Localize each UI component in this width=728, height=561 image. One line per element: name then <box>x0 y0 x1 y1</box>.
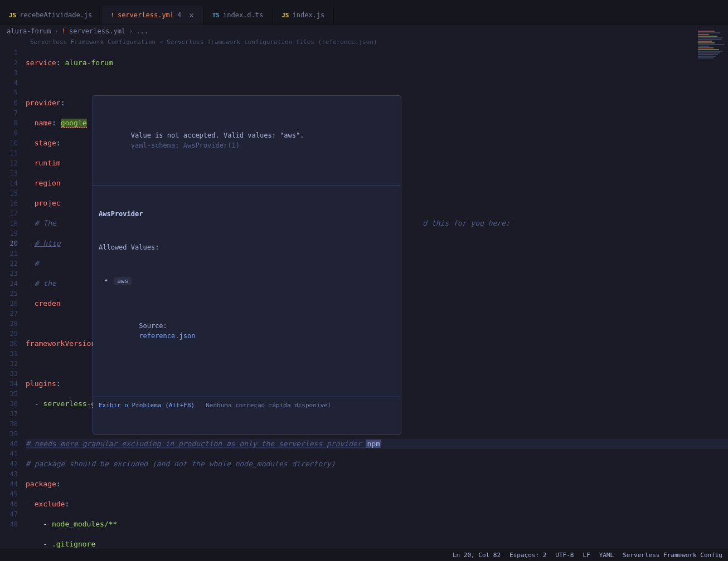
tabs-bar: JS recebeAtividade.js ! serverless.yml 4… <box>0 6 728 25</box>
status-schema[interactable]: Serverless Framework Config <box>623 552 722 559</box>
chevron-right-icon: › <box>129 27 133 35</box>
tooltip-error-msg: Value is not accepted. Valid values: "aw… <box>131 131 304 139</box>
yaml-icon: ! <box>110 12 114 19</box>
breadcrumb-file[interactable]: serverless.yml <box>69 27 125 35</box>
minimap[interactable] <box>698 31 726 142</box>
tab-label: serverless.yml <box>118 11 174 19</box>
tooltip-schema-ref: yaml-schema: AwsProvider(1) <box>131 142 240 149</box>
breadcrumb[interactable]: alura-forum › ! serverless.yml › ... <box>0 25 728 37</box>
show-problem-link[interactable]: Exibir o Problema (Alt+F8) <box>99 401 195 411</box>
close-icon[interactable]: × <box>189 11 193 19</box>
tab-serverless-yml[interactable]: ! serverless.yml 4 × <box>101 6 203 25</box>
breadcrumb-more[interactable]: ... <box>136 27 148 35</box>
tab-modified-count: 4 <box>177 11 181 19</box>
tab-index-js[interactable]: JS index.js <box>273 6 334 25</box>
js-icon: JS <box>282 12 289 19</box>
hover-tooltip: Value is not accepted. Valid values: "aw… <box>93 95 401 435</box>
tooltip-allowed-label: Allowed Values: <box>99 242 395 252</box>
tab-label: index.js <box>293 11 325 19</box>
schema-hint: Serverless Framework Configuration - Ser… <box>0 37 728 48</box>
code-content[interactable]: service: alura-forum provider: name: goo… <box>26 48 728 561</box>
tab-label: index.d.ts <box>223 11 263 19</box>
line-gutter: 12345 678910 1112131415 1617181920 21222… <box>0 48 26 561</box>
chevron-right-icon: › <box>54 27 58 35</box>
status-bar: Ln 20, Col 82 Espaços: 2 UTF-8 LF YAML S… <box>0 549 728 561</box>
tooltip-title: AwsProvider <box>99 209 395 219</box>
tooltip-allowed-value: aws <box>114 277 132 285</box>
editor-area[interactable]: 12345 678910 1112131415 1617181920 21222… <box>0 48 728 561</box>
no-fix-label: Nenhuma correção rápida disponível <box>206 401 331 411</box>
breadcrumb-root[interactable]: alura-forum <box>7 27 51 35</box>
ts-icon: TS <box>212 12 220 19</box>
tab-recebe-atividade[interactable]: JS recebeAtividade.js <box>0 6 101 25</box>
js-icon: JS <box>9 12 16 19</box>
status-cursor[interactable]: Ln 20, Col 82 <box>453 552 501 559</box>
tooltip-source-link[interactable]: reference.json <box>139 332 195 340</box>
tab-label: recebeAtividade.js <box>20 11 92 19</box>
yaml-icon: ! <box>62 27 66 35</box>
status-lang[interactable]: YAML <box>599 552 614 559</box>
status-spaces[interactable]: Espaços: 2 <box>509 552 546 559</box>
status-encoding[interactable]: UTF-8 <box>555 552 574 559</box>
status-eol[interactable]: LF <box>583 552 590 559</box>
tooltip-source-label: Source: <box>139 322 167 330</box>
tab-index-dts[interactable]: TS index.d.ts <box>203 6 273 25</box>
